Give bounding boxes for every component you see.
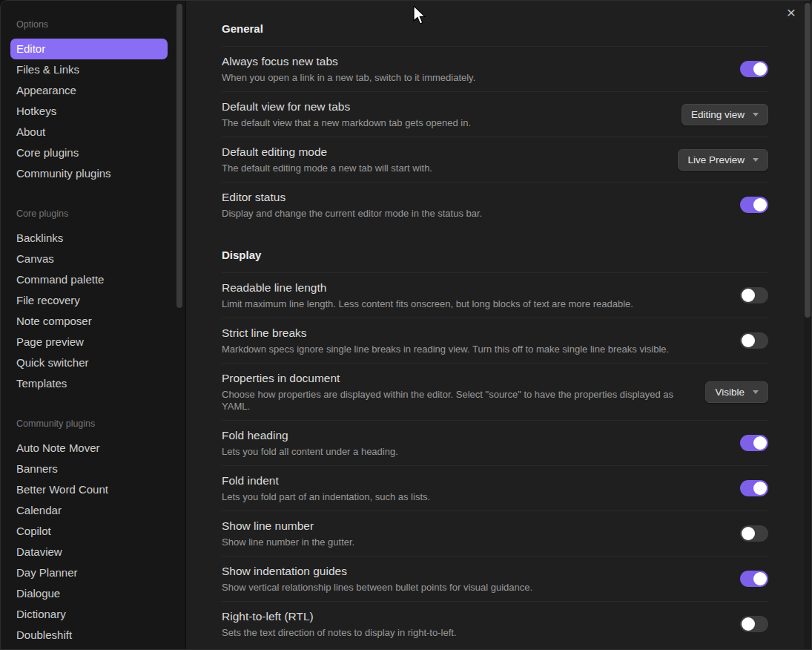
setting-name: Fold heading	[222, 428, 398, 442]
main-scrollbar[interactable]	[804, 1, 811, 649]
sidebar-group-heading: Community plugins	[1, 419, 185, 429]
chevron-down-icon	[753, 158, 759, 162]
sidebar-item-quick-switcher[interactable]: Quick switcher	[10, 352, 168, 373]
section-heading: General	[222, 1, 768, 47]
strict-line-breaks-toggle[interactable]	[740, 332, 768, 349]
setting-description: Limit maximum line length. Less content …	[222, 298, 633, 310]
setting-info: Fold indentLets you fold part of an inde…	[222, 473, 430, 503]
setting-description: Lets you fold all content under a headin…	[222, 446, 398, 458]
sidebar-scrollbar-thumb[interactable]	[176, 4, 182, 308]
sidebar-item-core-plugins[interactable]: Core plugins	[10, 142, 168, 163]
setting-description: Display and change the current editor mo…	[222, 208, 482, 220]
setting-name: Show line number	[222, 519, 354, 533]
sidebar-item-page-preview[interactable]: Page preview	[10, 332, 168, 352]
chevron-down-icon	[753, 113, 759, 116]
close-icon[interactable]: ×	[782, 3, 801, 22]
setting-info: Show indentation guidesShow vertical rel…	[222, 564, 532, 594]
sidebar-item-dialogue[interactable]: Dialogue	[10, 583, 168, 604]
sidebar-item-note-composer[interactable]: Note composer	[10, 311, 168, 332]
toggle-knob	[742, 527, 755, 540]
setting-info: Right-to-left (RTL)Sets the text directi…	[222, 609, 457, 639]
setting-row-fold-heading: Fold headingLets you fold all content un…	[222, 421, 768, 466]
sidebar-group-heading: Options	[1, 20, 185, 30]
setting-row-readable-line-length: Readable line lengthLimit maximum line l…	[222, 273, 768, 318]
settings-sections: GeneralAlways focus new tabsWhen you ope…	[222, 1, 768, 646]
setting-info: Editor statusDisplay and change the curr…	[222, 190, 482, 220]
fold-indent-toggle[interactable]	[740, 480, 768, 496]
setting-name: Show indentation guides	[222, 564, 532, 578]
sidebar-item-community-plugins[interactable]: Community plugins	[10, 163, 168, 184]
sidebar-item-copilot[interactable]: Copilot	[10, 521, 168, 542]
setting-description: The default editing mode a new tab will …	[222, 162, 432, 174]
setting-row-fold-indent: Fold indentLets you fold part of an inde…	[222, 466, 768, 511]
sidebar-item-better-word-count[interactable]: Better Word Count	[10, 479, 168, 500]
always-focus-new-tabs-toggle[interactable]	[740, 61, 768, 77]
sidebar-item-command-palette[interactable]: Command palette	[10, 269, 168, 290]
sidebar-item-dataview[interactable]: Dataview	[10, 542, 168, 562]
toggle-knob	[753, 482, 767, 495]
sidebar-item-emoji-shortcodes[interactable]: Emoji Shortcodes	[10, 646, 168, 649]
setting-row-strict-line-breaks: Strict line breaksMarkdown specs ignore …	[222, 318, 768, 364]
setting-info: Readable line lengthLimit maximum line l…	[222, 280, 633, 310]
setting-info: Fold headingLets you fold all content un…	[222, 428, 398, 458]
main-scrollbar-thumb[interactable]	[805, 3, 811, 318]
sidebar-item-about[interactable]: About	[10, 122, 168, 142]
right-to-left-rtl-toggle[interactable]	[740, 616, 768, 632]
setting-row-properties-in-document: Properties in documentChoose how propert…	[222, 364, 768, 421]
sidebar-item-day-planner[interactable]: Day Planner	[10, 562, 168, 583]
setting-info: Show line numberShow line number in the …	[222, 519, 354, 548]
section-display: DisplayReadable line lengthLimit maximum…	[222, 227, 768, 646]
section-general: GeneralAlways focus new tabsWhen you ope…	[222, 1, 768, 227]
sidebar-group-heading: Core plugins	[1, 209, 185, 219]
readable-line-length-toggle[interactable]	[740, 287, 768, 303]
sidebar-item-auto-note-mover[interactable]: Auto Note Mover	[10, 438, 168, 459]
setting-description: Show line number in the gutter.	[222, 536, 354, 548]
default-editing-mode-dropdown[interactable]: Live Preview	[678, 149, 768, 171]
settings-sidebar: OptionsEditorFiles & LinksAppearanceHotk…	[1, 1, 186, 649]
setting-row-default-editing-mode: Default editing modeThe default editing …	[222, 137, 768, 183]
sidebar-item-appearance[interactable]: Appearance	[10, 80, 168, 101]
sidebar-item-file-recovery[interactable]: File recovery	[10, 290, 168, 311]
sidebar-item-dictionary[interactable]: Dictionary	[10, 604, 168, 625]
sidebar-item-templates[interactable]: Templates	[10, 373, 168, 394]
sidebar-item-hotkeys[interactable]: Hotkeys	[10, 101, 168, 122]
sidebar-item-editor[interactable]: Editor	[10, 39, 168, 59]
dropdown-selected-value: Editing view	[691, 109, 745, 120]
setting-row-show-indentation-guides: Show indentation guidesShow vertical rel…	[222, 557, 768, 602]
toggle-knob	[753, 62, 767, 76]
settings-dialog: OptionsEditorFiles & LinksAppearanceHotk…	[0, 0, 812, 650]
setting-info: Default editing modeThe default editing …	[222, 145, 432, 174]
setting-name: Right-to-left (RTL)	[222, 609, 457, 623]
properties-in-document-dropdown[interactable]: Visible	[705, 381, 768, 403]
show-line-number-toggle[interactable]	[740, 525, 768, 542]
setting-description: When you open a link in a new tab, switc…	[222, 72, 475, 84]
sidebar-item-banners[interactable]: Banners	[10, 459, 168, 479]
setting-info: Properties in documentChoose how propert…	[222, 371, 687, 413]
toggle-knob	[742, 617, 755, 631]
sidebar-item-calendar[interactable]: Calendar	[10, 500, 168, 521]
setting-description: Sets the text direction of notes to disp…	[222, 627, 457, 639]
setting-name: Fold indent	[222, 473, 430, 488]
dropdown-selected-value: Live Preview	[687, 154, 745, 165]
setting-description: Show vertical relationship lines between…	[222, 582, 532, 594]
setting-name: Readable line length	[222, 280, 633, 295]
setting-row-default-view-for-new-tabs: Default view for new tabsThe default vie…	[222, 92, 768, 137]
default-view-for-new-tabs-dropdown[interactable]: Editing view	[681, 104, 768, 125]
settings-content: GeneralAlways focus new tabsWhen you ope…	[186, 1, 811, 649]
sidebar-item-doubleshift[interactable]: Doubleshift	[10, 625, 168, 646]
sidebar-item-canvas[interactable]: Canvas	[10, 249, 168, 269]
setting-info: Default view for new tabsThe default vie…	[222, 99, 471, 129]
toggle-knob	[753, 436, 767, 450]
setting-description: Lets you fold part of an indentation, su…	[222, 491, 430, 503]
setting-name: Strict line breaks	[222, 326, 669, 340]
toggle-knob	[753, 572, 767, 585]
sidebar-item-files-links[interactable]: Files & Links	[10, 59, 168, 80]
sidebar-group-options: OptionsEditorFiles & LinksAppearanceHotk…	[1, 20, 185, 184]
toggle-knob	[742, 334, 755, 347]
sidebar-item-backlinks[interactable]: Backlinks	[10, 228, 168, 249]
sidebar-group-community-plugins: Community pluginsAuto Note MoverBannersB…	[1, 419, 185, 649]
setting-name: Default view for new tabs	[222, 99, 471, 114]
editor-status-toggle[interactable]	[740, 197, 768, 213]
fold-heading-toggle[interactable]	[740, 435, 768, 451]
show-indentation-guides-toggle[interactable]	[740, 571, 768, 587]
